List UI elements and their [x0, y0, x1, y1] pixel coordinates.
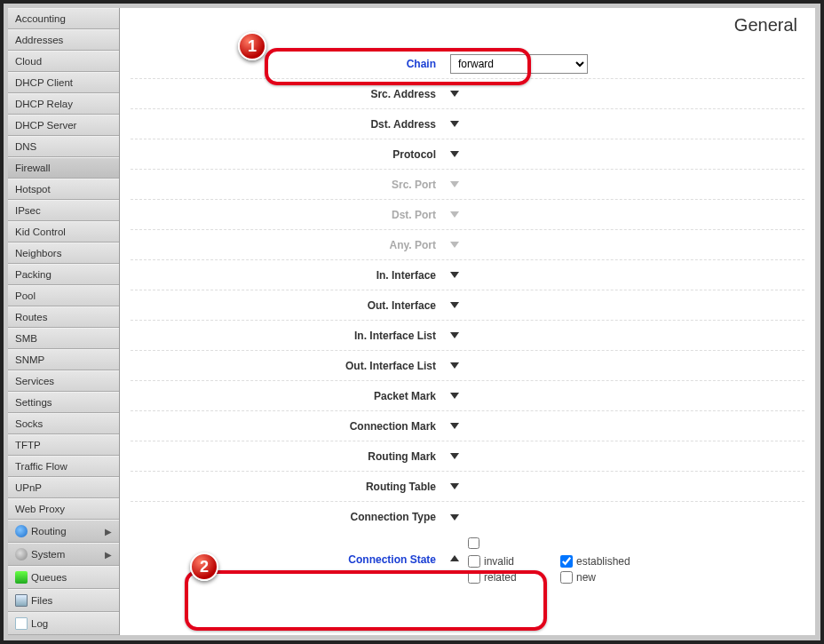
nav-item-accounting[interactable]: Accounting	[8, 8, 119, 29]
nav-item-pool[interactable]: Pool	[8, 285, 119, 306]
nav-parent-system[interactable]: System ▶	[8, 543, 119, 566]
field-label: Dst. Address	[131, 118, 450, 131]
field-label: Any. Port	[131, 239, 450, 251]
expand-icon[interactable]	[450, 91, 459, 97]
nav-item-traffic-flow[interactable]: Traffic Flow	[8, 456, 119, 477]
field-dst-port: Dst. Port	[131, 200, 804, 230]
field-connection-mark: Connection Mark	[131, 411, 804, 441]
form-area: Chain forward Src. AddressDst. AddressPr…	[131, 49, 804, 584]
nav-item-files[interactable]: Files	[8, 589, 119, 612]
field-any-port: Any. Port	[131, 230, 804, 260]
conn-state-new[interactable]: new	[560, 571, 658, 584]
page-title: General	[734, 15, 797, 36]
nav-item-snmp[interactable]: SNMP	[8, 349, 119, 370]
field-label: Src. Address	[131, 88, 450, 100]
field-in-interface-list: In. Interface List	[131, 321, 804, 351]
nav-item-dns[interactable]: DNS	[8, 136, 119, 157]
field-protocol: Protocol	[131, 139, 804, 170]
chevron-right-icon: ▶	[105, 550, 112, 560]
nav-parent-routing[interactable]: Routing ▶	[8, 520, 119, 543]
conn-state-related[interactable]: related	[468, 571, 557, 584]
sidebar: Accounting Addresses Cloud DHCP Client D…	[8, 8, 120, 635]
nav-item-tftp[interactable]: TFTP	[8, 434, 119, 456]
field-label: Connection Mark	[131, 420, 450, 433]
annotation-badge-2: 2	[190, 553, 218, 581]
nav-item-hotspot[interactable]: Hotspot	[8, 179, 119, 200]
field-label: Routing Table	[131, 481, 450, 493]
conn-state-established[interactable]: established	[560, 555, 658, 568]
field-label: In. Interface	[131, 269, 450, 282]
main-panel: General Chain forward Src. AddressDst. A…	[120, 8, 815, 635]
field-label: Protocol	[131, 148, 450, 161]
field-label: Src. Port	[131, 179, 450, 191]
expand-icon[interactable]	[450, 272, 459, 278]
gear-icon	[15, 548, 28, 561]
field-routing-table: Routing Table	[131, 472, 804, 502]
expand-icon[interactable]	[450, 453, 459, 459]
conn-state-negate-checkbox[interactable]	[468, 537, 479, 549]
chain-label: Chain	[131, 58, 450, 70]
nav-item-kid-control[interactable]: Kid Control	[8, 221, 119, 242]
nav-item-upnp[interactable]: UPnP	[8, 477, 119, 498]
field-label: Out. Interface List	[131, 360, 450, 372]
nav-item-packing[interactable]: Packing	[8, 264, 119, 285]
collapse-icon[interactable]	[450, 555, 459, 561]
field-packet-mark: Packet Mark	[131, 381, 804, 411]
conn-state-new-checkbox[interactable]	[560, 571, 573, 584]
field-label: In. Interface List	[131, 330, 450, 342]
conn-state-related-checkbox[interactable]	[468, 571, 480, 584]
nav-item-cloud[interactable]: Cloud	[8, 51, 119, 72]
nav-item-log[interactable]: Log	[8, 612, 119, 635]
nav-item-addresses[interactable]: Addresses	[8, 29, 119, 51]
expand-icon[interactable]	[450, 302, 459, 308]
field-connection-type: Connection Type	[131, 502, 804, 532]
nav-item-settings[interactable]: Settings	[8, 392, 119, 413]
field-label: Connection Type	[131, 511, 450, 523]
field-out-interface-list: Out. Interface List	[131, 351, 804, 381]
field-label: Dst. Port	[131, 209, 450, 221]
nav-item-socks[interactable]: Socks	[8, 413, 119, 434]
expand-icon	[450, 242, 459, 248]
field-label: Routing Mark	[131, 450, 450, 463]
field-chain: Chain forward	[131, 49, 804, 79]
field-dst-address: Dst. Address	[131, 109, 804, 139]
expand-icon[interactable]	[450, 332, 459, 338]
connection-state-label: Connection State	[131, 537, 450, 566]
annotation-badge-1: 1	[238, 32, 266, 60]
nav-item-dhcp-client[interactable]: DHCP Client	[8, 72, 119, 93]
conn-state-established-checkbox[interactable]	[560, 555, 573, 568]
nav-item-firewall[interactable]: Firewall	[8, 157, 119, 179]
nav-item-smb[interactable]: SMB	[8, 328, 119, 349]
expand-icon[interactable]	[450, 393, 459, 399]
nav-item-dhcp-server[interactable]: DHCP Server	[8, 115, 119, 136]
expand-icon	[450, 181, 459, 187]
nav-item-neighbors[interactable]: Neighbors	[8, 242, 119, 264]
log-icon	[15, 617, 28, 630]
conn-state-invalid[interactable]: invalid	[468, 555, 557, 568]
field-src-address: Src. Address	[131, 79, 804, 109]
nav-item-web-proxy[interactable]: Web Proxy	[8, 498, 119, 520]
field-connection-state: Connection State invalid established	[131, 532, 804, 584]
expand-icon[interactable]	[450, 121, 459, 127]
routing-icon	[15, 525, 28, 537]
nav-item-queues[interactable]: Queues	[8, 566, 119, 589]
conn-state-invalid-checkbox[interactable]	[468, 555, 480, 568]
field-label: Out. Interface	[131, 299, 450, 312]
expand-icon[interactable]	[450, 151, 459, 157]
queues-icon	[15, 571, 28, 584]
expand-icon	[450, 211, 459, 218]
field-out-interface: Out. Interface	[131, 290, 804, 321]
chain-select[interactable]: forward	[450, 54, 588, 74]
nav-item-dhcp-relay[interactable]: DHCP Relay	[8, 93, 119, 115]
nav-item-services[interactable]: Services	[8, 370, 119, 392]
nav-item-routes[interactable]: Routes	[8, 306, 119, 328]
expand-icon[interactable]	[450, 483, 459, 489]
files-icon	[15, 594, 28, 607]
expand-icon[interactable]	[450, 362, 459, 369]
field-routing-mark: Routing Mark	[131, 441, 804, 472]
field-src-port: Src. Port	[131, 170, 804, 200]
expand-icon[interactable]	[450, 514, 459, 521]
expand-icon[interactable]	[450, 423, 459, 429]
nav-item-ipsec[interactable]: IPsec	[8, 200, 119, 221]
field-label: Packet Mark	[131, 390, 450, 402]
